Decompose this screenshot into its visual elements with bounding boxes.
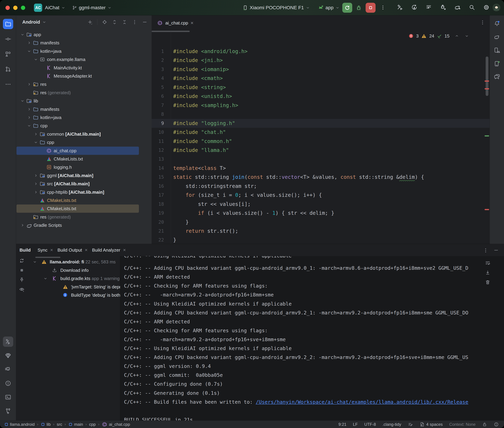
tree-item-ai-chat-cpp[interactable]: ai_chat.cpp xyxy=(16,147,152,155)
build-tree-item[interactable]: Download info xyxy=(33,266,120,274)
rerun-button[interactable] xyxy=(342,3,352,13)
device-selector[interactable]: Xiaomi POCOPHONE F1 xyxy=(242,0,310,16)
tool-strip-ai-assistant[interactable] xyxy=(492,72,502,82)
build-options-kebab[interactable] xyxy=(483,247,488,255)
tool-strip-codegpt-diamond[interactable] xyxy=(3,350,13,361)
tree-item-res[interactable]: res (generated) xyxy=(16,213,152,221)
code-line-12[interactable]: 12#include "llama.h" xyxy=(152,146,490,155)
build-tree-item[interactable]: llama.android: fi 22 sec, 583 ms xyxy=(33,258,120,266)
tree-item-ggml[interactable]: ggml [AiChat.lib.main] xyxy=(16,172,152,180)
tool-strip-problems[interactable] xyxy=(3,378,13,388)
breadcrumb[interactable]: llama.android›lib›src›main›cpp›ai_chat.c… xyxy=(4,421,130,427)
tool-strip-terminal[interactable] xyxy=(3,392,13,402)
build-tree-item[interactable]: 'jvmTarget: String' is deprec xyxy=(33,283,120,291)
tree-chevron-icon[interactable] xyxy=(20,32,25,37)
minimize-window-button[interactable] xyxy=(13,6,17,10)
settings-button[interactable] xyxy=(483,4,490,11)
tool-strip-project-folder[interactable] xyxy=(3,19,13,29)
code-line-7[interactable]: 7#include <sampling.h> xyxy=(152,101,490,110)
code-line-1[interactable]: 1#include <android/log.h> xyxy=(152,47,490,56)
tree-item-logging-h[interactable]: logging.h xyxy=(16,163,152,171)
code-line-16[interactable]: 16 std::ostringstream str; xyxy=(152,182,490,191)
search-button[interactable] xyxy=(469,4,475,11)
tree-item-app[interactable]: app xyxy=(16,31,152,39)
tree-chevron-icon[interactable] xyxy=(34,140,38,145)
tree-item-cmakelists-txt[interactable]: CMakeLists.txt xyxy=(16,196,152,205)
code-line-15[interactable]: 15static std::string join(const std::vec… xyxy=(152,173,490,181)
prev-issue-icon[interactable] xyxy=(455,34,459,38)
hide-build-panel[interactable] xyxy=(493,247,499,254)
tree-chevron-icon[interactable] xyxy=(27,123,31,128)
status-error-highlight[interactable] xyxy=(494,422,499,427)
tree-chevron-icon[interactable] xyxy=(34,173,38,178)
tree-chevron-icon[interactable] xyxy=(27,41,31,45)
status--clang-tidy[interactable]: .clang-tidy xyxy=(382,422,401,427)
tree-item-cpp-httplib[interactable]: cpp-httplib [AiChat.lib.main] xyxy=(16,188,152,196)
code-line-2[interactable]: 2#include <jni.h> xyxy=(152,56,490,65)
tree-chevron-icon[interactable] xyxy=(27,107,31,112)
code-line-17[interactable]: 17 for (size_t i = 0; i < values.size();… xyxy=(152,191,490,199)
close-tab-icon[interactable]: × xyxy=(190,20,194,26)
tree-item-cpp[interactable]: cpp xyxy=(16,122,152,130)
project-view-selector[interactable]: Android xyxy=(22,19,40,25)
status-lf[interactable]: LF xyxy=(353,422,358,427)
tree-item-kotlin-java[interactable]: kotlin+java xyxy=(16,113,152,122)
run-config-selector[interactable]: app xyxy=(318,0,340,16)
project-selector[interactable]: AiChat xyxy=(45,0,66,16)
close-tab-icon[interactable]: × xyxy=(50,247,53,253)
tree-item-cpp[interactable]: cpp xyxy=(16,138,152,147)
error-stripe-mark[interactable] xyxy=(485,209,489,210)
code-line-13[interactable]: 13 xyxy=(152,155,490,164)
tool-strip-commit[interactable] xyxy=(3,34,13,44)
code-line-14[interactable]: 14template<class T> xyxy=(152,164,490,173)
close-tab-icon[interactable]: × xyxy=(85,247,87,253)
tree-item-messageadapter-kt[interactable]: MessageAdapter.kt xyxy=(16,72,152,80)
status-utf-8[interactable]: UTF-8 xyxy=(364,422,376,427)
close-window-button[interactable] xyxy=(6,6,10,10)
tree-item-res[interactable]: res (generated) xyxy=(16,89,152,97)
build-run-button[interactable] xyxy=(396,4,403,11)
code-line-19[interactable]: 19 if (i < values.size() - 1) { str << d… xyxy=(152,209,490,217)
tree-item-res[interactable]: res xyxy=(16,80,152,88)
build-output-path-link[interactable]: /Users/hanyin/Workspace/ai-chat/examples… xyxy=(256,399,468,405)
next-issue-icon[interactable] xyxy=(465,34,469,38)
add-icon[interactable] xyxy=(87,19,93,25)
hide-icon[interactable] xyxy=(142,19,147,25)
build-tab-sync[interactable]: Sync× xyxy=(38,247,53,253)
tree-chevron-icon[interactable] xyxy=(34,190,38,194)
branch-selector[interactable]: ggml-master xyxy=(72,0,112,16)
kebab-icon[interactable] xyxy=(132,19,137,25)
breadcrumb-item-llama-android[interactable]: llama.android xyxy=(4,422,35,427)
tree-item-cmakelists-txt[interactable]: CMakeLists.txt xyxy=(16,205,152,213)
code-line-4[interactable]: 4#include <cmath> xyxy=(152,74,490,83)
tree-chevron-icon[interactable] xyxy=(20,99,25,103)
error-stripe-mark[interactable] xyxy=(485,81,489,82)
locate-icon[interactable] xyxy=(102,19,107,25)
code-line-10[interactable]: 10#include "chat.h" xyxy=(152,128,490,137)
close-tab-icon[interactable]: × xyxy=(123,247,126,253)
tree-chevron-icon[interactable] xyxy=(27,115,31,120)
build-tab-build-analyzer[interactable]: Build Analyzer× xyxy=(92,247,126,253)
tree-chevron-icon[interactable] xyxy=(27,82,31,86)
tree-item-com-example-llama[interactable]: com.example.llama xyxy=(16,55,152,64)
build-tree-item[interactable]: BuildType 'debug' is both de xyxy=(33,291,120,299)
breadcrumb-item-src[interactable]: src xyxy=(57,422,62,427)
tool-strip-gradle[interactable] xyxy=(492,32,502,42)
clear-trash-icon[interactable] xyxy=(485,279,491,285)
pin-icon[interactable] xyxy=(19,277,25,283)
tab-scrollbar[interactable] xyxy=(152,31,190,32)
run-options-kebab[interactable] xyxy=(380,5,386,11)
tool-strip-notifications[interactable] xyxy=(492,18,502,29)
breadcrumb-item-main[interactable]: main xyxy=(68,422,83,427)
soft-wrap-icon[interactable] xyxy=(485,260,491,266)
project-icon[interactable]: AC xyxy=(34,4,42,12)
tree-chevron-icon[interactable] xyxy=(34,57,38,62)
build-tree-item[interactable]: build.gradle.kts app 1 warning xyxy=(33,274,120,283)
tool-strip-running-devices[interactable] xyxy=(492,58,502,69)
tree-chevron-icon[interactable] xyxy=(27,49,31,53)
code-line-18[interactable]: 18 str << values[i]; xyxy=(152,200,490,209)
scroll-end-icon[interactable] xyxy=(485,270,491,276)
zoom-window-button[interactable] xyxy=(21,6,25,10)
error-stripe-mark[interactable] xyxy=(485,88,489,89)
rollback-lines-button[interactable] xyxy=(425,4,432,11)
